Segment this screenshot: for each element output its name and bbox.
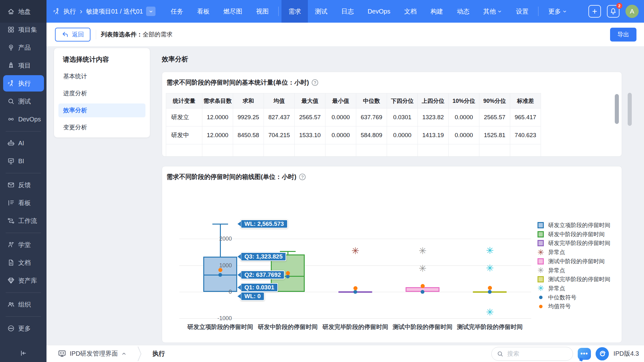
tab-group-divider [538,7,538,16]
sidebar-item-更多[interactable]: 更多 [3,320,44,337]
search-input[interactable] [507,350,563,358]
whisker-cap [280,251,296,252]
y-axis-tick-label: 2000 [210,235,232,242]
section-heading: 效率分析 [162,55,188,64]
x-axis-category-label: 研发完毕阶段的停留时间 [318,323,393,331]
table-cell: 2565.57 [479,109,510,126]
table-header-row: 统计变量需求条目数求和均值最大值最小值中位数下四分位上四分位10%分位90%分位… [166,93,541,109]
whisker-cap [212,224,228,225]
table-cell [418,144,449,157]
tab-设置[interactable]: 设置 [509,0,535,23]
table-cell: 12.0000 [202,126,233,144]
sidebar-item-AI[interactable]: AI [3,135,44,151]
tab-group-divider [278,7,279,16]
tab-视图[interactable]: 视图 [249,0,276,23]
legend-label: 测试完毕阶段的停留时间 [548,276,610,283]
table-cell: 1413.19 [418,126,449,144]
tab-看板[interactable]: 看板 [190,0,216,23]
legend-item[interactable]: 测试中阶段的停留时间 [538,257,605,266]
table-title: 需求不同阶段的停留时间的基本统计量(单位：小时) [166,78,309,87]
tab-任务[interactable]: 任务 [164,0,190,23]
tab-更多[interactable]: 更多 [541,0,574,23]
sidebar-item-学堂[interactable]: 学堂 [3,237,44,253]
sidebar-item-组织[interactable]: 组织 [3,296,44,313]
sidebar-item-产品[interactable]: 产品 [3,39,44,56]
sidebar-item-项目集[interactable]: 项目集 [3,21,44,38]
breadcrumb-section[interactable]: 执行 [63,7,76,16]
iteration-dropdown[interactable] [146,7,156,16]
sidebar-item-测试[interactable]: 测试 [3,93,44,109]
app-switcher[interactable]: IPD研发管理界面 [58,349,127,358]
tab-动态[interactable]: 动态 [450,0,476,23]
stats-option-进度分析[interactable]: 进度分析 [58,86,145,100]
legend-item[interactable]: 研发立项阶段的停留时间 [538,221,610,230]
tab-测试[interactable]: 测试 [308,0,334,23]
sidebar-item-label: 文档 [18,259,31,267]
tab-文档[interactable]: 文档 [397,0,423,23]
sidebar-item-反馈[interactable]: 反馈 [3,177,44,193]
sidebar-item-label: 组织 [18,300,31,309]
sidebar-item-项目[interactable]: 项目 [3,57,44,74]
outlier-point: ✳ [418,246,426,256]
tab-label: 设置 [516,7,528,16]
legend-item[interactable]: 中位数符号 [538,293,576,302]
legend-label: 研发完毕阶段的停留时间 [548,239,610,247]
legend-item[interactable]: 研发中阶段的停留时间 [538,230,605,239]
legend-item[interactable]: ✳异常点 [538,248,565,257]
project-icon [7,62,15,69]
stats-option-变更分析[interactable]: 变更分析 [58,120,145,134]
sidebar-item-label: 产品 [18,43,31,52]
gridline [179,318,531,319]
sidebar-item-资产库[interactable]: 资产库 [3,272,44,289]
legend-item[interactable]: 研发完毕阶段的停留时间 [538,239,610,248]
tab-燃尽图[interactable]: 燃尽图 [216,0,249,23]
search-box [491,347,573,361]
breadcrumb-project[interactable]: 敏捷项目01 / 迭代01 [86,7,143,16]
collapse-sidebar-button[interactable] [16,348,30,359]
avatar[interactable]: A [625,5,639,18]
sidebar-item-label: BI [18,158,24,165]
sidebar-item-工作流[interactable]: 工作流 [3,213,44,229]
legend-item[interactable]: ✳异常点 [538,266,565,275]
version-label: IPD版4.3 [614,349,639,358]
help-icon[interactable]: ? [312,79,318,86]
x-axis-category-label: 测试完毕阶段的停留时间 [452,323,527,331]
tab-日志[interactable]: 日志 [334,0,361,23]
export-button[interactable]: 导出 [610,28,636,42]
legend-item[interactable]: ✳异常点 [538,284,565,293]
tab-需求[interactable]: 需求 [281,0,308,23]
table-scrollbar[interactable] [615,94,619,124]
tab-其他[interactable]: 其他 [476,0,509,23]
bottom-right-group: ••• IPD版4.3 [491,347,639,361]
sidebar-item-label: 学堂 [18,241,31,249]
legend-item[interactable]: 均值符号 [538,302,571,311]
sidebar-item-DevOps[interactable]: DevOps [3,111,44,127]
legend-item[interactable]: 测试完毕阶段的停留时间 [538,275,610,284]
sidebar-item-执行[interactable]: 执行 [3,75,44,92]
notifications-button[interactable]: 2 [607,5,619,18]
tab-label: 燃尽图 [223,7,242,16]
stats-option-基本统计[interactable]: 基本统计 [58,70,145,83]
toolbar-divider [96,30,96,39]
legend-label: 异常点 [548,267,565,274]
tab-DevOps[interactable]: DevOps [361,0,397,23]
page-scrollbar[interactable] [628,93,632,126]
filter-condition: 列表筛选条件： 全部的需求 [101,31,172,39]
mean-dot [421,284,425,288]
y-axis-tick-label: -1000 [210,315,232,322]
help-icon[interactable]: ? [299,174,306,180]
column-header: 90%分位 [479,93,510,109]
feedback-icon [7,181,15,189]
sidebar-item-文档[interactable]: 文档 [3,254,44,271]
tab-label: DevOps [368,8,390,15]
sidebar-item-BI[interactable]: BI [3,153,44,169]
chat-assistant-button[interactable]: ••• [578,348,591,360]
tab-构建[interactable]: 构建 [423,0,450,23]
median-dot [421,290,424,294]
table-cell: 1323.82 [418,109,449,126]
add-button[interactable]: + [588,5,601,18]
sidebar-item-地盘[interactable]: 地盘 [3,3,44,20]
back-button[interactable]: 返回 [55,28,90,42]
stats-option-效率分析[interactable]: 效率分析 [58,103,145,117]
sidebar-item-看板[interactable]: 看板 [3,195,44,211]
